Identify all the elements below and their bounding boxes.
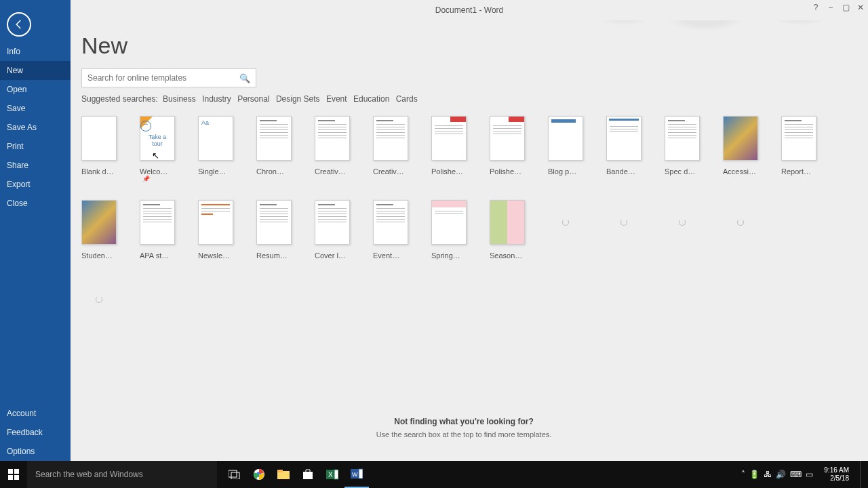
svg-rect-5: [231, 472, 239, 479]
template-tile: [723, 200, 758, 260]
tray-chevron-icon[interactable]: ˄: [741, 470, 745, 479]
template-label: Polishe…: [490, 167, 521, 176]
template-tile[interactable]: Creativ…: [315, 116, 350, 182]
nav-item-export[interactable]: Export: [0, 175, 71, 194]
taskbar-clock[interactable]: 9:16 AM 2/5/18: [818, 466, 854, 483]
search-icon[interactable]: 🔍: [239, 73, 250, 83]
back-button[interactable]: [7, 12, 31, 37]
svg-rect-13: [334, 470, 338, 479]
template-tile[interactable]: Chron…: [256, 116, 292, 182]
file-explorer-icon[interactable]: [271, 461, 296, 488]
template-thumbnail: [665, 200, 700, 245]
template-label: Blog p…: [548, 167, 576, 176]
nav-item-save-as[interactable]: Save As: [0, 118, 71, 137]
suggested-link-cards[interactable]: Cards: [396, 94, 418, 104]
keyboard-icon[interactable]: ⌨: [790, 470, 802, 479]
template-thumbnail: [198, 200, 233, 245]
suggested-link-design-sets[interactable]: Design Sets: [276, 94, 320, 104]
start-button[interactable]: [0, 461, 27, 488]
suggested-link-industry[interactable]: Industry: [202, 94, 231, 104]
store-icon[interactable]: [296, 461, 320, 488]
template-thumbnail: [606, 116, 642, 161]
template-tile: [606, 200, 642, 260]
suggested-link-personal[interactable]: Personal: [237, 94, 269, 104]
template-thumbnail: [490, 200, 525, 245]
template-thumbnail: [81, 116, 117, 161]
network-icon[interactable]: 🖧: [764, 470, 772, 479]
template-tile[interactable]: Season…: [490, 200, 525, 260]
template-tile[interactable]: AaSingle…: [198, 116, 233, 182]
template-thumbnail: [431, 200, 467, 245]
template-tile[interactable]: Event…: [373, 200, 408, 260]
template-label: Blank do…: [81, 167, 117, 176]
template-tile[interactable]: Resum…: [256, 200, 292, 260]
template-tile[interactable]: Cover l…: [315, 200, 350, 260]
template-label: Resum…: [256, 251, 288, 260]
template-tile[interactable]: Bande…: [606, 116, 642, 182]
backstage-sidebar: InfoNewOpenSaveSave AsPrintShareExportCl…: [0, 0, 71, 461]
template-thumbnail: [315, 116, 350, 161]
template-grid-row3: [81, 277, 846, 329]
template-tile[interactable]: Accessi…: [723, 116, 758, 182]
template-tile[interactable]: Newsle…: [198, 200, 233, 260]
close-button[interactable]: ✕: [853, 0, 868, 15]
maximize-button[interactable]: ▢: [838, 0, 853, 15]
template-tile[interactable]: Blog p…: [548, 116, 583, 182]
suggested-link-event[interactable]: Event: [326, 94, 347, 104]
template-tile[interactable]: Blank do…: [81, 116, 117, 182]
nav-item-save[interactable]: Save: [0, 99, 71, 118]
template-thumbnail: [665, 116, 700, 161]
template-label: Polishe…: [431, 167, 463, 176]
chrome-icon[interactable]: [247, 461, 271, 488]
nav-item-account[interactable]: Account: [0, 404, 71, 423]
template-tile[interactable]: Creativ…: [373, 116, 408, 182]
template-tile[interactable]: Polishe…: [431, 116, 467, 182]
suggested-label: Suggested searches:: [81, 94, 158, 104]
template-thumbnail: [723, 200, 758, 245]
svg-text:X: X: [328, 471, 333, 479]
volume-icon[interactable]: 🔊: [776, 470, 786, 479]
template-thumbnail: [256, 116, 292, 161]
nav-item-new[interactable]: New: [0, 61, 71, 80]
excel-icon[interactable]: X: [320, 461, 344, 488]
template-label: Event…: [373, 251, 399, 260]
task-view-icon[interactable]: [222, 461, 247, 488]
template-tile[interactable]: APA st…: [140, 200, 175, 260]
titlebar: Document1 - Word ? − ▢ ✕: [71, 0, 868, 20]
help-button[interactable]: ?: [808, 0, 823, 15]
template-tile[interactable]: Report…: [781, 116, 816, 182]
template-tile[interactable]: Polishe…: [490, 116, 525, 182]
template-thumbnail: [490, 116, 525, 161]
template-search-box[interactable]: 🔍: [81, 68, 256, 87]
show-desktop-button[interactable]: [860, 461, 864, 488]
not-found-title: Not finding what you're looking for?: [81, 417, 846, 426]
suggested-link-business[interactable]: Business: [163, 94, 196, 104]
nav-item-options[interactable]: Options: [0, 442, 71, 461]
nav-item-share[interactable]: Share: [0, 156, 71, 175]
template-label: Newsle…: [198, 251, 230, 260]
nav-item-info[interactable]: Info: [0, 42, 71, 61]
nav-item-feedback[interactable]: Feedback: [0, 423, 71, 442]
template-thumbnail: Aa: [198, 116, 233, 161]
template-thumbnail: Take atour: [140, 116, 175, 161]
template-tile[interactable]: Spec d…: [665, 116, 700, 182]
input-icon[interactable]: ▭: [806, 470, 813, 479]
template-tile[interactable]: Studen…: [81, 200, 117, 260]
clock-date: 2/5/18: [824, 474, 849, 483]
taskbar-search[interactable]: Search the web and Windows: [27, 461, 217, 488]
nav-item-open[interactable]: Open: [0, 80, 71, 99]
template-tile: [548, 200, 583, 260]
template-tile[interactable]: Spring…: [431, 200, 467, 260]
template-search-input[interactable]: [87, 73, 239, 83]
battery-icon[interactable]: 🔋: [749, 470, 760, 479]
template-label: Season…: [490, 251, 522, 260]
template-tile[interactable]: Take atourWelco…📌: [140, 116, 175, 182]
nav-item-close[interactable]: Close: [0, 194, 71, 213]
svg-rect-0: [8, 469, 13, 474]
taskbar-search-placeholder: Search the web and Windows: [35, 470, 143, 479]
nav-item-print[interactable]: Print: [0, 137, 71, 156]
word-icon[interactable]: W: [344, 461, 369, 488]
system-tray[interactable]: ˄ 🔋 🖧 🔊 ⌨ ▭: [741, 470, 813, 479]
minimize-button[interactable]: −: [823, 0, 838, 15]
suggested-link-education[interactable]: Education: [353, 94, 389, 104]
